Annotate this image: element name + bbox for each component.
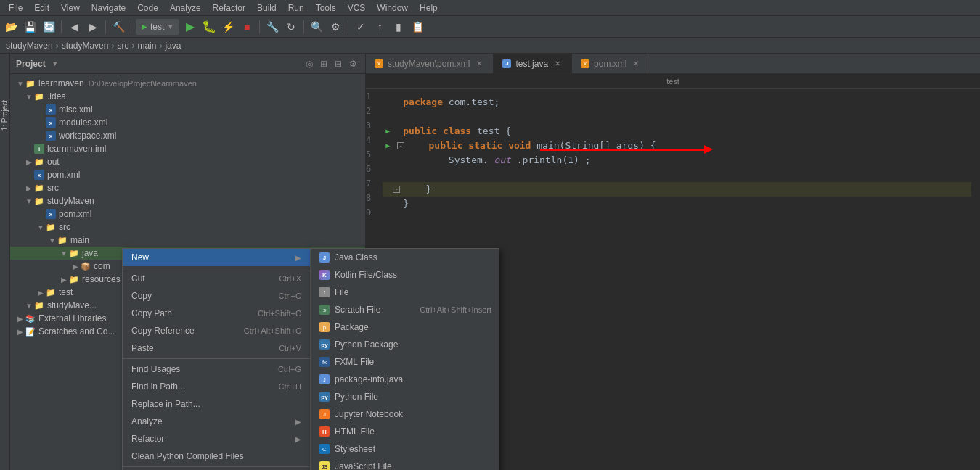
tree-label: workspace.xml [59,131,116,141]
tree-item-studymaven[interactable]: ▼ 📁 studyMaven [10,194,365,207]
tab-close-btn[interactable]: ✕ [552,59,563,69]
tree-item-modules-xml[interactable]: x modules.xml [10,116,365,129]
tab-pom-xml[interactable]: x studyMaven\pom.xml ✕ [366,54,494,73]
ctx-item-copy[interactable]: Copy Ctrl+C [123,287,310,305]
search-everywhere-btn[interactable]: 🔍 [309,19,324,35]
menu-view[interactable]: View [55,3,86,13]
ctx-item-clean-python[interactable]: Clean Python Compiled Files [123,448,310,465]
folder-icon: 📁 [33,182,45,194]
submenu-label: Kotlin File/Class [335,270,491,280]
breadcrumb-java[interactable]: java [165,41,181,51]
menu-help[interactable]: Help [414,3,444,13]
menu-window[interactable]: Window [371,3,414,13]
update-btn[interactable]: ↻ [283,19,299,35]
ctx-item-new[interactable]: New ▶ [123,249,310,266]
breadcrumb-src[interactable]: src [117,41,128,51]
tab-test-java[interactable]: J test.java ✕ [494,54,572,73]
menu-run[interactable]: Run [282,3,310,13]
menu-edit[interactable]: Edit [28,3,55,13]
submenu-item-package[interactable]: p Package [311,318,499,336]
tree-item-pom-xml[interactable]: x pom.xml [10,168,365,181]
submenu-item-scratch[interactable]: s Scratch File Ctrl+Alt+Shift+Insert [311,301,499,318]
menu-refactor[interactable]: Refactor [207,3,251,13]
ctx-shortcut: Ctrl+C [279,292,301,300]
submenu-item-python-file[interactable]: py Python File [311,388,499,405]
tree-item-workspace-xml[interactable]: x workspace.xml [10,129,365,142]
submenu-item-html[interactable]: H HTML File [311,423,499,440]
code-line-1: package com.test; [383,95,971,110]
side-panel-tab[interactable]: 1: Project [1,97,9,133]
panel-localize-btn[interactable]: ◎ [303,57,316,70]
tree-item-src[interactable]: ▶ 📁 src [10,181,365,194]
maven-btn[interactable]: 🔧 [264,19,280,35]
run-coverage-btn[interactable]: ⚡ [220,19,236,35]
fold-btn-7[interactable]: - [393,186,400,193]
run-config[interactable]: ▶ test ▼ [136,19,179,35]
menu-file[interactable]: File [3,3,28,13]
tree-item-studymaven-pom[interactable]: x pom.xml [10,207,365,220]
submenu-item-css[interactable]: C Stylesheet [311,440,499,458]
main-layout: 1: Project Project ▼ ◎ ⊞ ⊟ ⚙ ▼ 📁 learnma… [0,54,980,470]
vcs-commit-btn[interactable]: ✓ [353,19,369,35]
submenu-item-js[interactable]: JS JavaScript File [311,458,499,470]
ctx-item-copy-path[interactable]: Copy Path Ctrl+Shift+C [123,305,310,322]
toolbar: 📂 💾 🔄 ◀ ▶ 🔨 ▶ test ▼ ▶ 🐛 ⚡ ■ 🔧 ↻ 🔍 ⚙ ✓ ↑… [0,16,980,38]
menu-vcs[interactable]: VCS [342,3,372,13]
tree-item-main[interactable]: ▼ 📁 main [10,234,365,247]
fold-btn-4[interactable]: - [397,142,404,149]
menu-navigate[interactable]: Navigate [86,3,131,13]
forward-btn[interactable]: ▶ [85,19,101,35]
ctx-item-paste[interactable]: Paste Ctrl+V [123,339,310,357]
event-log-btn[interactable]: 📋 [409,19,425,35]
tree-item-learnmaven[interactable]: ▼ 📁 learnmaven D:\DevelopProject\learnma… [10,77,365,90]
tree-item-misc-xml[interactable]: x misc.xml [10,103,365,116]
ctx-item-cut[interactable]: Cut Ctrl+X [123,270,310,287]
menu-tools[interactable]: Tools [310,3,342,13]
panel-dropdown[interactable]: ▼ [52,59,59,67]
build-btn[interactable]: 🔨 [110,19,126,35]
settings-btn[interactable]: ⚙ [327,19,343,35]
menu-analyze[interactable]: Analyze [164,3,207,13]
open-btn[interactable]: 📂 [3,19,19,35]
push-btn[interactable]: ↑ [372,19,388,35]
debug-button[interactable]: 🐛 [201,19,217,35]
submenu-item-java-class[interactable]: J Java Class [311,249,499,266]
submenu-item-fxml[interactable]: fx FXML File [311,353,499,371]
ctx-item-find-in-path[interactable]: Find in Path... Ctrl+H [123,378,310,395]
tree-item-out[interactable]: ▶ 📁 out [10,155,365,168]
tree-item-learnmaven-iml[interactable]: i learnmaven.iml [10,142,365,155]
folder-icon: 📁 [33,156,45,168]
tree-item-idea[interactable]: ▼ 📁 .idea [10,90,365,103]
tab-close-btn[interactable]: ✕ [474,59,484,69]
back-btn[interactable]: ◀ [66,19,82,35]
submenu-item-file[interactable]: f File [311,284,499,301]
sync-btn[interactable]: 🔄 [41,19,57,35]
menu-code[interactable]: Code [131,3,164,13]
panel-settings-btn[interactable]: ⚙ [346,57,359,70]
save-btn[interactable]: 💾 [22,19,38,35]
tree-item-studymaven-src[interactable]: ▼ 📁 src [10,220,365,234]
breadcrumb-studymaven2[interactable]: studyMaven [62,41,109,51]
terminal-btn[interactable]: ▮ [391,19,407,35]
tab-pom-xml2[interactable]: x pom.xml ✕ [572,54,650,73]
ctx-item-replace-in-path[interactable]: Replace in Path... [123,395,310,413]
ctx-item-analyze[interactable]: Analyze ▶ [123,413,310,430]
panel-collapse-btn[interactable]: ⊟ [332,57,345,70]
ctx-item-find-usages[interactable]: Find Usages Ctrl+G [123,360,310,378]
ctx-item-refactor[interactable]: Refactor ▶ [123,430,310,448]
kotlin-icon: K [319,269,330,281]
python-package-icon: py [319,339,330,350]
ctx-item-copy-reference[interactable]: Copy Reference Ctrl+Alt+Shift+C [123,322,310,339]
submenu-item-jupyter[interactable]: J Jupyter Notebook [311,405,499,423]
submenu-item-pkg-info[interactable]: J package-info.java [311,371,499,388]
stop-btn[interactable]: ■ [239,19,255,35]
submenu-item-python-package[interactable]: py Python Package [311,336,499,353]
run-button[interactable]: ▶ [182,19,198,35]
breadcrumb-main[interactable]: main [137,41,156,51]
submenu-item-kotlin[interactable]: K Kotlin File/Class [311,266,499,284]
tree-label: out [47,157,60,167]
panel-expand-btn[interactable]: ⊞ [317,57,330,70]
tab-close-btn[interactable]: ✕ [631,59,641,69]
menu-build[interactable]: Build [251,3,282,13]
breadcrumb-studymaven[interactable]: studyMaven [6,41,53,51]
